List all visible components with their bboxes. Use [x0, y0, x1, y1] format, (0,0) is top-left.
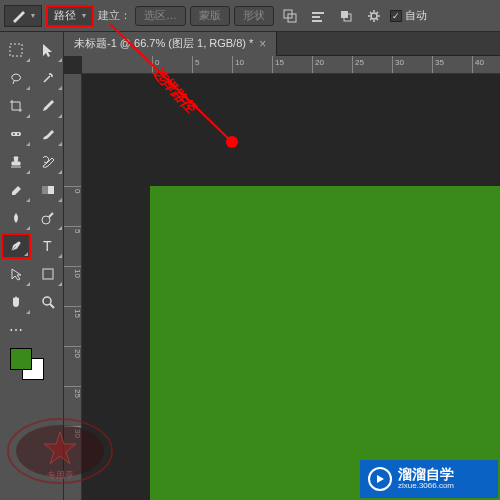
color-swatches[interactable] — [0, 344, 63, 388]
tool-dodge[interactable] — [33, 205, 63, 231]
tool-marquee[interactable] — [1, 37, 31, 63]
tool-preset-dropdown[interactable]: ▾ — [4, 5, 42, 27]
ruler-tick: 0 — [64, 186, 82, 193]
svg-point-10 — [13, 133, 15, 135]
canvas[interactable] — [150, 186, 500, 500]
pen-icon — [11, 9, 25, 23]
document-tab[interactable]: 未标题-1 @ 66.7% (图层 1, RGB/8) * × — [64, 32, 277, 56]
tool-eyedropper[interactable] — [33, 93, 63, 119]
play-icon — [368, 467, 392, 491]
tab-bar: 未标题-1 @ 66.7% (图层 1, RGB/8) * × — [64, 32, 500, 56]
svg-point-11 — [17, 133, 19, 135]
make-mask-button[interactable]: 蒙版 — [190, 6, 230, 26]
ruler-tick: 15 — [272, 56, 284, 74]
tool-history-brush[interactable] — [33, 149, 63, 175]
tool-shape[interactable] — [33, 261, 63, 287]
brand-name: 溜溜自学 — [398, 467, 454, 482]
mode-dropdown[interactable]: 路径 ▾ — [46, 5, 94, 27]
tool-heal[interactable] — [1, 121, 31, 147]
ruler-tick: 35 — [432, 56, 444, 74]
svg-rect-4 — [312, 20, 322, 22]
tool-eraser[interactable] — [1, 177, 31, 203]
tool-stamp[interactable] — [1, 149, 31, 175]
tab-title: 未标题-1 @ 66.7% (图层 1, RGB/8) * — [74, 36, 253, 51]
svg-point-7 — [371, 13, 377, 19]
ruler-tick: 5 — [192, 56, 199, 74]
svg-point-14 — [42, 216, 50, 224]
canvas-viewport[interactable] — [82, 74, 500, 500]
tool-hand[interactable] — [1, 289, 31, 315]
chevron-down-icon: ▾ — [31, 11, 35, 20]
svg-text:T: T — [43, 238, 52, 254]
ruler-tick: 25 — [352, 56, 364, 74]
tool-wand[interactable] — [33, 65, 63, 91]
ruler-horizontal: 0 5 10 15 20 25 30 35 40 — [82, 56, 500, 74]
svg-rect-8 — [10, 44, 22, 56]
ruler-tick: 15 — [64, 306, 82, 318]
tool-brush[interactable] — [33, 121, 63, 147]
auto-checkbox-wrap[interactable]: ✓ 自动 — [390, 8, 427, 23]
watermark-logo: 专用章 — [6, 414, 114, 488]
tool-gradient[interactable] — [33, 177, 63, 203]
tool-crop[interactable] — [1, 93, 31, 119]
brand-badge: 溜溜自学 zixue.3066.com — [360, 460, 498, 498]
fg-color-swatch[interactable] — [10, 348, 32, 370]
gear-icon[interactable] — [362, 5, 386, 27]
svg-text:专用章: 专用章 — [47, 470, 74, 480]
document-area: 未标题-1 @ 66.7% (图层 1, RGB/8) * × 0 5 10 1… — [64, 32, 500, 500]
ruler-tick: 0 — [152, 56, 159, 74]
checkbox-icon: ✓ — [390, 10, 402, 22]
options-bar: ▾ 路径 ▾ 建立： 选区… 蒙版 形状 ✓ 自动 — [0, 0, 500, 32]
auto-label: 自动 — [405, 8, 427, 23]
ruler-tick: 5 — [64, 226, 82, 233]
svg-point-17 — [43, 297, 51, 305]
svg-rect-9 — [11, 132, 21, 136]
establish-label: 建立： — [98, 8, 131, 23]
tools-grid: T ⋯ — [0, 36, 63, 344]
ruler-tick: 10 — [232, 56, 244, 74]
ruler-tick: 25 — [64, 386, 82, 398]
close-icon[interactable]: × — [259, 37, 266, 51]
make-shape-button[interactable]: 形状 — [234, 6, 274, 26]
ruler-tick: 20 — [312, 56, 324, 74]
tool-spacer — [33, 317, 63, 343]
align-icon[interactable] — [306, 5, 330, 27]
tool-edit-toolbar[interactable]: ⋯ — [1, 317, 31, 343]
tool-zoom[interactable] — [33, 289, 63, 315]
svg-rect-13 — [42, 186, 48, 194]
svg-rect-3 — [312, 16, 320, 18]
tool-pen[interactable] — [1, 233, 31, 259]
brand-url: zixue.3066.com — [398, 482, 454, 491]
tool-blur[interactable] — [1, 205, 31, 231]
chevron-down-icon: ▾ — [82, 11, 86, 20]
make-selection-button[interactable]: 选区… — [135, 6, 186, 26]
tool-path-select[interactable] — [1, 261, 31, 287]
ruler-tick: 30 — [392, 56, 404, 74]
path-ops-icon[interactable] — [278, 5, 302, 27]
tool-lasso[interactable] — [1, 65, 31, 91]
mode-label: 路径 — [54, 8, 76, 23]
svg-rect-2 — [312, 12, 324, 14]
arrange-icon[interactable] — [334, 5, 358, 27]
svg-rect-16 — [43, 269, 53, 279]
tool-type[interactable]: T — [33, 233, 63, 259]
ruler-tick: 10 — [64, 266, 82, 278]
ruler-tick: 20 — [64, 346, 82, 358]
ruler-tick: 40 — [472, 56, 484, 74]
tool-move[interactable] — [33, 37, 63, 63]
